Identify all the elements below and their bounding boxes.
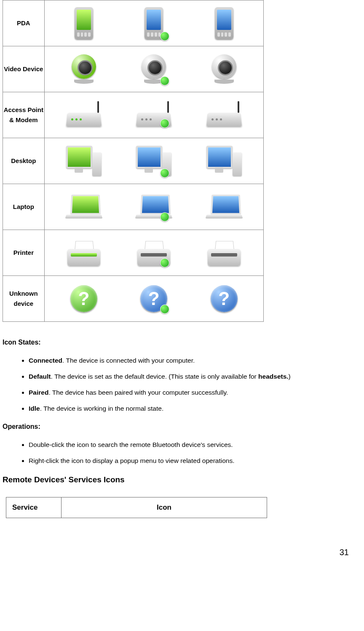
operations-list: Double-click the icon to search the remo…	[3, 440, 351, 466]
row-label-ap: Access Point & Modem	[3, 92, 45, 138]
row-label-video: Video Device	[3, 46, 45, 92]
state-term: headsets.	[258, 373, 289, 380]
icon-states-heading: Icon States:	[3, 339, 351, 346]
state-term: Idle	[29, 405, 40, 412]
state-desc: . The device is working in the normal st…	[40, 405, 164, 412]
list-item: Paired. The device has been paired with …	[29, 388, 351, 398]
access-point-icon	[205, 104, 243, 126]
icon-col-header: Icon	[62, 497, 267, 518]
access-point-icon	[65, 104, 103, 126]
connected-badge-icon	[160, 258, 169, 267]
row-label-pda: PDA	[3, 0, 45, 46]
pda-icon	[205, 7, 243, 39]
row-label-unknown: Unknown device	[3, 276, 45, 322]
webcam-icon	[205, 54, 243, 84]
connected-badge-icon	[160, 76, 169, 86]
page-number: 31	[3, 518, 351, 563]
list-item: Connected. The device is connected with …	[29, 356, 351, 366]
desktop-icon	[65, 146, 103, 176]
connected-badge-icon	[160, 32, 169, 41]
printer-icon	[65, 240, 103, 266]
printer-icon	[135, 240, 173, 266]
row-icons-laptop	[44, 184, 263, 230]
connected-badge-icon	[160, 305, 169, 314]
connected-badge-icon	[160, 119, 169, 128]
state-desc: . The device is set as the default devic…	[51, 373, 259, 380]
service-col-header: Service	[6, 497, 62, 518]
connected-badge-icon	[160, 168, 169, 178]
row-icons-ap	[44, 92, 263, 138]
row-label-printer: Printer	[3, 230, 45, 276]
desktop-icon	[205, 146, 243, 176]
list-item: Right-click the icon to display a popup …	[29, 456, 351, 466]
unknown-device-icon: ?	[205, 285, 243, 312]
access-point-icon	[135, 104, 173, 126]
row-label-laptop: Laptop	[3, 184, 45, 230]
services-icons-heading: Remote Devices' Services Icons	[3, 475, 351, 484]
pda-icon	[65, 7, 103, 39]
laptop-icon	[205, 194, 243, 220]
list-item: Idle. The device is working in the norma…	[29, 404, 351, 414]
operations-heading: Operations:	[3, 423, 351, 430]
icon-states-list: Connected. The device is connected with …	[3, 356, 351, 414]
service-table: Service Icon	[6, 497, 267, 518]
state-desc: . The device has been paired with your c…	[48, 389, 228, 396]
connected-badge-icon	[160, 212, 169, 222]
laptop-icon	[65, 194, 103, 220]
state-desc: )	[289, 373, 291, 380]
unknown-device-icon: ?	[65, 285, 103, 312]
row-icons-desktop	[44, 138, 263, 184]
state-term: Paired	[29, 389, 48, 396]
pda-icon	[135, 7, 173, 39]
webcam-icon	[65, 54, 103, 84]
webcam-icon	[135, 54, 173, 84]
state-term: Default	[29, 373, 51, 380]
device-icon-table: PDA Video Device	[3, 0, 264, 322]
row-icons-video	[44, 46, 263, 92]
unknown-device-icon: ?	[135, 285, 173, 312]
state-term: Connected	[29, 357, 62, 364]
page-content: PDA Video Device	[0, 0, 364, 563]
list-item: Default. The device is set as the defaul…	[29, 372, 351, 382]
row-icons-unknown: ? ? ?	[44, 276, 263, 322]
state-desc: . The device is connected with your comp…	[62, 357, 195, 364]
row-icons-printer	[44, 230, 263, 276]
desktop-icon	[135, 146, 173, 176]
row-icons-pda	[44, 0, 263, 46]
list-item: Double-click the icon to search the remo…	[29, 440, 351, 450]
row-label-desktop: Desktop	[3, 138, 45, 184]
printer-icon	[205, 240, 243, 266]
laptop-icon	[135, 194, 173, 220]
